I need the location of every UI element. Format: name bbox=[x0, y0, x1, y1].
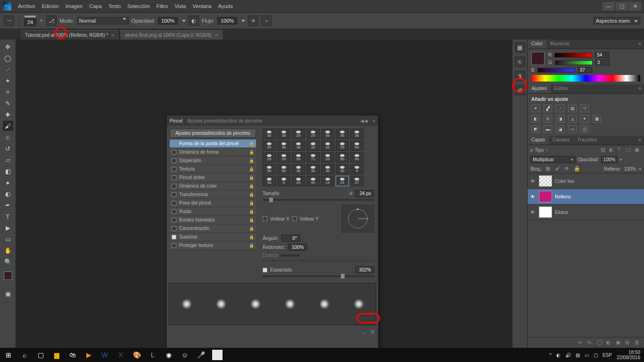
brush-preset[interactable]: 9 bbox=[277, 176, 290, 186]
menu-seleccion[interactable]: Selección bbox=[127, 3, 150, 9]
workspace-select[interactable]: Aspectos esen. bbox=[594, 17, 640, 25]
size-slider[interactable] bbox=[263, 199, 374, 201]
channels-tab[interactable]: Canales bbox=[549, 136, 574, 145]
flow-value[interactable]: 100% bbox=[217, 17, 237, 25]
layer-row[interactable]: 👁 Relleno bbox=[528, 189, 644, 205]
word-icon[interactable]: W bbox=[100, 350, 109, 360]
brush-preset[interactable]: 30 bbox=[263, 129, 276, 139]
menu-ayuda[interactable]: Ayuda bbox=[218, 3, 233, 9]
layer-row[interactable]: 👁 Color liso bbox=[528, 173, 644, 189]
flip-x-checkbox[interactable] bbox=[263, 216, 267, 221]
brush-setting-row[interactable]: Dispersión🔒 bbox=[170, 156, 256, 165]
lock-all-icon[interactable]: 🔒 bbox=[574, 165, 580, 172]
healing-tool[interactable]: ✚ bbox=[3, 109, 13, 120]
brush-setting-row[interactable]: Suavizar🔒 bbox=[170, 233, 256, 241]
brush-setting-row[interactable]: Transferencia🔒 bbox=[170, 190, 256, 199]
panel-menu-icon[interactable]: ≡ bbox=[636, 136, 644, 145]
filter-smart-icon[interactable]: ▣ bbox=[635, 147, 641, 153]
brush-preset[interactable]: 50 bbox=[350, 152, 363, 163]
brush-preset[interactable]: 25 bbox=[321, 152, 334, 163]
r-slider[interactable] bbox=[554, 53, 592, 58]
brush-preset[interactable]: 36 bbox=[336, 129, 349, 139]
foreground-color-swatch[interactable] bbox=[4, 272, 12, 280]
clock-time[interactable]: 18:50 bbox=[617, 350, 640, 355]
wand-tool[interactable]: ✦ bbox=[3, 75, 13, 86]
brush-preset[interactable]: 45 bbox=[306, 176, 320, 186]
brush-preset[interactable]: 36 bbox=[292, 140, 305, 151]
language-indicator[interactable]: ESP bbox=[603, 353, 612, 358]
zoom-tool[interactable]: 🔍 bbox=[3, 256, 13, 267]
mask-icon[interactable]: ◯ bbox=[597, 339, 603, 346]
brush-preset[interactable]: 50 bbox=[292, 152, 305, 163]
photo-filter-icon[interactable]: ◬ bbox=[568, 115, 577, 123]
g-value[interactable]: 3 bbox=[595, 59, 610, 66]
brush-preset[interactable]: 36 bbox=[292, 164, 305, 174]
blur-tool[interactable]: ● bbox=[3, 177, 13, 188]
group-icon[interactable]: ▣ bbox=[616, 339, 622, 346]
brush-preset[interactable]: 24 bbox=[336, 176, 349, 186]
search-icon[interactable]: ⌕ bbox=[20, 350, 29, 360]
stamp-tool[interactable]: ⎌ bbox=[3, 132, 13, 142]
brush-size-field[interactable]: 24 px bbox=[355, 190, 374, 197]
menu-edicion[interactable]: Edición bbox=[42, 3, 59, 9]
pressure-opacity-icon[interactable]: ◐ bbox=[189, 16, 199, 26]
brush-preset[interactable]: 36 bbox=[277, 140, 290, 151]
opacity-dropdown[interactable] bbox=[182, 20, 186, 22]
lock-icon[interactable]: 🔒 bbox=[249, 218, 254, 222]
eraser-tool[interactable]: ▱ bbox=[3, 155, 13, 165]
new-preset-icon[interactable]: ⊞ bbox=[371, 329, 374, 334]
tray-expand-icon[interactable]: ^ bbox=[549, 353, 552, 358]
task-view-icon[interactable]: ▢ bbox=[36, 350, 45, 360]
layer-opacity-value[interactable]: 100% bbox=[601, 156, 618, 163]
flow-dropdown[interactable] bbox=[241, 20, 245, 22]
posterize-icon[interactable]: ▬ bbox=[544, 125, 552, 133]
document-icon[interactable] bbox=[212, 350, 223, 360]
network-icon[interactable]: ▤ bbox=[576, 353, 580, 358]
lock-icon[interactable]: 🔒 bbox=[249, 167, 254, 172]
brush-preset[interactable]: 50 bbox=[336, 152, 349, 163]
brush-presets-button[interactable]: Ajustes preestablecidos de pinceles bbox=[170, 129, 256, 138]
brush-preset[interactable]: 25 bbox=[292, 129, 305, 139]
minimize-button[interactable]: — bbox=[603, 2, 615, 10]
brush-preset[interactable]: 25 bbox=[292, 176, 305, 186]
type-tool[interactable]: T bbox=[3, 211, 13, 222]
brush-setting-row[interactable]: Pincel doble🔒 bbox=[170, 173, 256, 182]
menu-archivo[interactable]: Archivo bbox=[18, 3, 35, 9]
brush-panel-toggle[interactable]: ⎇ bbox=[46, 16, 57, 26]
brush-preset[interactable]: 25 bbox=[277, 152, 290, 163]
fill-adjust-icon[interactable]: ◐ bbox=[606, 339, 613, 346]
lock-trans-icon[interactable]: ▦ bbox=[545, 165, 552, 172]
crop-tool[interactable]: ⌗ bbox=[3, 87, 13, 97]
visibility-icon[interactable]: 👁 bbox=[529, 193, 536, 200]
checkbox[interactable] bbox=[172, 243, 176, 248]
layer-thumb[interactable] bbox=[539, 191, 552, 202]
brush-preset[interactable]: 32 bbox=[321, 140, 334, 151]
visibility-icon[interactable]: 👁 bbox=[529, 209, 536, 215]
canvas-area[interactable]: Pincel Ajustes preestablecidos de pincel… bbox=[16, 40, 512, 348]
checkbox[interactable] bbox=[172, 235, 176, 239]
dodge-tool[interactable]: ◐ bbox=[3, 189, 13, 199]
layer-fill-value[interactable]: 100% bbox=[624, 166, 636, 172]
hand-tool[interactable]: ✋ bbox=[3, 245, 13, 255]
lock-icon[interactable]: 🔒 bbox=[249, 192, 254, 197]
panel-menu-icon[interactable]: ≡ bbox=[636, 40, 644, 49]
excel-icon[interactable]: X bbox=[116, 350, 125, 360]
close-tab-icon[interactable]: ✕ bbox=[215, 33, 218, 38]
menu-ventana[interactable]: Ventana bbox=[192, 3, 211, 9]
gradient-tool[interactable]: ◧ bbox=[3, 166, 13, 176]
brush-preset[interactable]: 30 bbox=[277, 129, 290, 139]
airbrush-icon[interactable]: ✈ bbox=[248, 16, 258, 26]
panel-menu-icon[interactable]: ≡ bbox=[372, 118, 375, 123]
history-panel-icon[interactable]: ▦ bbox=[515, 42, 525, 53]
chrome-icon[interactable]: ◉ bbox=[164, 350, 173, 360]
brush-setting-row[interactable]: Forma de la punta del pincel🔒 bbox=[170, 140, 256, 148]
selective-color-icon[interactable]: ◫ bbox=[580, 125, 589, 133]
layer-thumb[interactable] bbox=[539, 175, 552, 187]
brush-tool-icon[interactable]: 〰 bbox=[4, 16, 14, 26]
lock-icon[interactable]: 🔒 bbox=[249, 201, 254, 206]
brush-preset[interactable]: 14 bbox=[321, 176, 334, 186]
roundness-field[interactable]: 100% bbox=[288, 244, 307, 251]
spacing-field[interactable]: 302% bbox=[355, 266, 374, 273]
lock-pos-icon[interactable]: ✥ bbox=[564, 165, 571, 172]
document-tab[interactable]: Tutorial.psd al 100% (Relleno, RGB/8) *✕ bbox=[20, 30, 120, 40]
